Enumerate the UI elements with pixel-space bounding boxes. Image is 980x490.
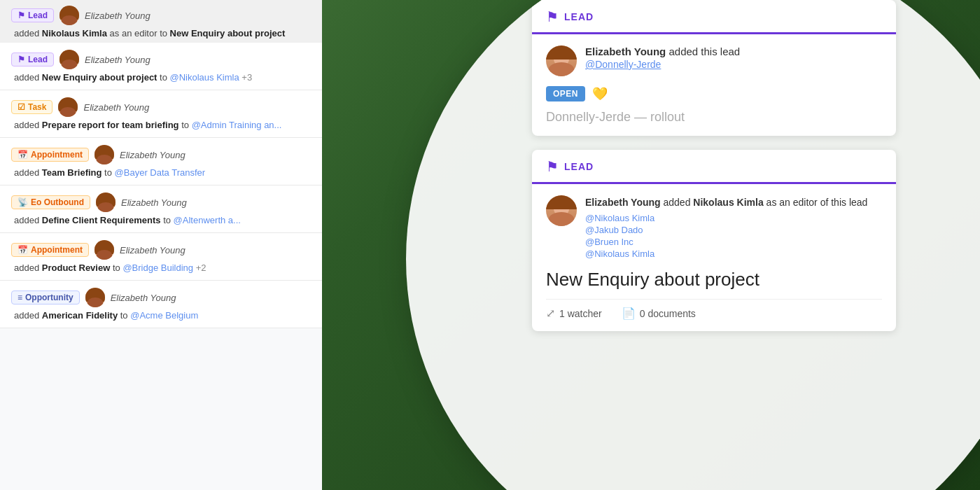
badge-appointment-5[interactable]: 📅 Appointment	[11, 243, 89, 257]
activity-feed: ⚑ Lead Elizabeth Young added Nikolaus Ki…	[0, 0, 322, 490]
appointment-icon-3: 📅	[18, 150, 28, 160]
feed-action-5: added Product Review to @Bridge Building…	[11, 262, 311, 273]
avatar-0	[59, 6, 79, 25]
watcher-count: 1 watcher	[559, 308, 602, 319]
avatar-3	[94, 145, 114, 164]
card1-lead-icon: ⚑	[546, 8, 559, 25]
avatar-2	[58, 97, 78, 117]
card2-person-text: Elizabeth Young added Nikolaus Kimla as …	[585, 195, 882, 210]
card2-person-info: Elizabeth Young added Nikolaus Kimla as …	[585, 195, 882, 259]
card1-person-name: Elizabeth Young added this lead	[585, 46, 882, 57]
card2-watcher: ⤢ 1 watcher	[546, 307, 602, 320]
person-name-6: Elizabeth Young	[111, 293, 176, 303]
feed-item-1: ⚑ Lead Elizabeth Young added New Enquiry…	[0, 43, 322, 90]
card-lead-2: ⚑ LEAD Elizabeth Young added Nikolaus Ki…	[532, 150, 896, 331]
badge-lead-1[interactable]: ⚑ Lead	[11, 52, 54, 66]
outbound-icon-4: 📡	[18, 197, 28, 207]
avatar-4	[96, 192, 115, 212]
card1-company-link[interactable]: @Donnelly-Jerde	[585, 59, 882, 70]
card2-avatar	[546, 195, 577, 226]
share-icon: ⤢	[546, 307, 555, 320]
card2-lead-icon: ⚑	[546, 158, 559, 175]
card2-person-row: Elizabeth Young added Nikolaus Kimla as …	[546, 195, 882, 259]
person-name-2: Elizabeth Young	[83, 102, 149, 113]
card1-person-row: Elizabeth Young added this lead @Donnell…	[546, 46, 882, 76]
link-3[interactable]: @Bayer Data Transfer	[115, 167, 206, 178]
feed-action-6: added American Fidelity to @Acme Belgium	[11, 310, 311, 321]
link-6[interactable]: @Acme Belgium	[130, 310, 198, 321]
feed-item-4: 📡 Eo Outbound Elizabeth Young added Defi…	[0, 186, 322, 233]
card1-body: Elizabeth Young added this lead @Donnell…	[532, 34, 896, 136]
card2-link-4[interactable]: @Nikolaus Kimla	[585, 248, 876, 259]
feed-item-2: ☑ Task Elizabeth Young added Prepare rep…	[0, 90, 322, 138]
card1-title: Donnelly-Jerde — rollout	[546, 110, 882, 125]
avatar-1	[59, 50, 79, 69]
badge-lead-0[interactable]: ⚑ Lead	[11, 8, 54, 22]
feed-item-6: ≡ Opportunity Elizabeth Young added Amer…	[0, 281, 322, 328]
person-name-4: Elizabeth Young	[121, 197, 187, 208]
person-name-3: Elizabeth Young	[120, 150, 186, 160]
avatar-5	[94, 240, 114, 260]
lead-icon-0: ⚑	[18, 10, 25, 20]
link-1[interactable]: @Nikolaus Kimla	[170, 72, 239, 83]
badge-task-2[interactable]: ☑ Task	[11, 100, 52, 114]
card1-header: ⚑ LEAD	[532, 0, 896, 34]
feed-action-0: added Nikolaus Kimla as an editor to New…	[11, 28, 311, 38]
link-4[interactable]: @Altenwerth a...	[174, 215, 241, 225]
card1-heart-icon: 💛	[592, 86, 608, 102]
card2-title: New Enquiry about project	[546, 269, 882, 290]
card1-avatar	[546, 46, 577, 76]
card2-footer: ⤢ 1 watcher 📄 0 documents	[546, 299, 882, 320]
card1-lead-label: LEAD	[564, 11, 594, 22]
card2-documents: 📄 0 documents	[622, 307, 696, 320]
card-lead-1: ⚑ LEAD Elizabeth Young added this lead @…	[532, 0, 896, 136]
card2-link-3[interactable]: @Bruen Inc	[585, 237, 876, 247]
link-5[interactable]: @Bridge Building	[122, 262, 193, 273]
feed-item-3: 📅 Appointment Elizabeth Young added Team…	[0, 138, 322, 186]
task-icon-2: ☑	[18, 102, 25, 112]
card2-link-1[interactable]: @Nikolaus Kimla	[585, 213, 876, 223]
link-2[interactable]: @Admin Training an...	[192, 120, 282, 130]
avatar-6	[85, 288, 105, 307]
card1-status-open: OPEN	[546, 86, 585, 102]
feed-item-5: 📅 Appointment Elizabeth Young added Prod…	[0, 233, 322, 281]
feed-action-1: added New Enquiry about project to @Niko…	[11, 72, 311, 83]
document-count: 0 documents	[640, 308, 696, 319]
card2-body: Elizabeth Young added Nikolaus Kimla as …	[532, 184, 896, 331]
feed-action-3: added Team Briefing to @Bayer Data Trans…	[11, 167, 311, 178]
person-name-0: Elizabeth Young	[85, 10, 150, 21]
card1-status-row: OPEN 💛	[546, 86, 882, 102]
feed-header: ⚑ Lead Elizabeth Young added Nikolaus Ki…	[0, 0, 322, 43]
card2-link-2[interactable]: @Jakub Dado	[585, 225, 876, 235]
lead-icon-1: ⚑	[18, 55, 25, 64]
feed-action-2: added Prepare report for team briefing t…	[11, 120, 311, 130]
opportunity-icon-6: ≡	[18, 293, 22, 302]
card2-lead-label: LEAD	[564, 161, 594, 172]
badge-appointment-3[interactable]: 📅 Appointment	[11, 148, 89, 162]
card2-header: ⚑ LEAD	[532, 150, 896, 184]
card2-links: @Nikolaus Kimla @Jakub Dado @Bruen Inc @…	[585, 213, 882, 259]
person-name-1: Elizabeth Young	[85, 55, 150, 65]
feed-action-4: added Define Client Requirements to @Alt…	[11, 215, 311, 225]
appointment-icon-5: 📅	[18, 245, 28, 255]
badge-opportunity-6[interactable]: ≡ Opportunity	[11, 290, 80, 304]
card1-person-info: Elizabeth Young added this lead @Donnell…	[585, 46, 882, 70]
person-name-5: Elizabeth Young	[120, 245, 186, 255]
badge-outbound-4[interactable]: 📡 Eo Outbound	[11, 195, 90, 209]
circle-overlay: ⚑ LEAD Elizabeth Young added this lead @…	[406, 0, 980, 490]
document-icon: 📄	[622, 307, 636, 320]
